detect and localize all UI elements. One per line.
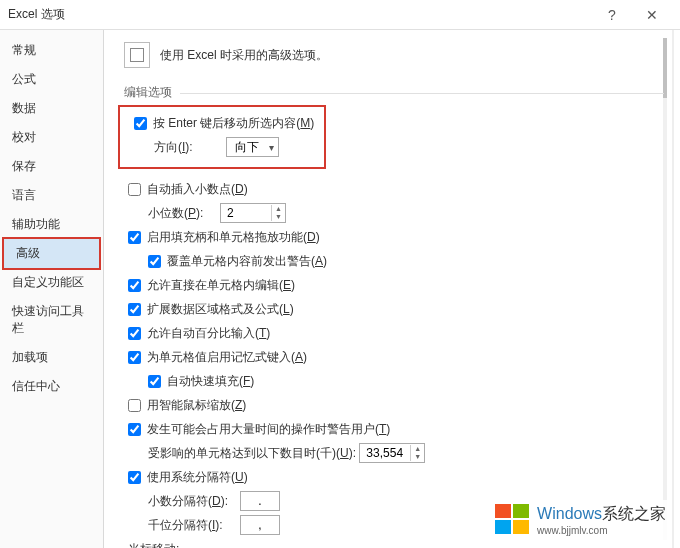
checkbox-autocomplete[interactable]: [128, 351, 141, 364]
label-flash-fill: 自动快速填充(F): [167, 373, 254, 390]
label-thousand-sep: 千位分隔符(I):: [148, 517, 240, 534]
checkbox-intellimouse[interactable]: [128, 399, 141, 412]
sidebar-item-general[interactable]: 常规: [0, 36, 103, 65]
scrollbar[interactable]: [663, 38, 667, 540]
checkbox-auto-percent[interactable]: [128, 327, 141, 340]
label-autocomplete: 为单元格值启用记忆式键入(A): [147, 349, 307, 366]
label-move-after-enter: 按 Enter 键后移动所选内容(M): [153, 115, 314, 132]
window-title: Excel 选项: [8, 6, 592, 23]
checkbox-fill-handle[interactable]: [128, 231, 141, 244]
sidebar-item-addins[interactable]: 加载项: [0, 343, 103, 372]
checkbox-edit-in-cell[interactable]: [128, 279, 141, 292]
sidebar-item-advanced[interactable]: 高级: [4, 239, 99, 268]
advanced-options-icon: [124, 42, 150, 68]
checkbox-system-separators[interactable]: [128, 471, 141, 484]
spinner-decimal-places[interactable]: ▲▼: [220, 203, 286, 223]
label-decimal-places: 小位数(P):: [148, 205, 220, 222]
checkbox-move-after-enter[interactable]: [134, 117, 147, 130]
sidebar-item-data[interactable]: 数据: [0, 94, 103, 123]
watermark: Windows系统之家 www.bjjmlv.com: [489, 500, 672, 540]
checkbox-auto-decimal[interactable]: [128, 183, 141, 196]
page-title: 使用 Excel 时采用的高级选项。: [160, 47, 328, 64]
label-auto-percent: 允许自动百分比输入(T): [147, 325, 270, 342]
section-editing-options: 编辑选项: [124, 84, 664, 101]
sidebar-item-trust-center[interactable]: 信任中心: [0, 372, 103, 401]
label-affected-cells: 受影响的单元格达到以下数目时(千)(U):: [148, 445, 356, 462]
input-decimal-sep[interactable]: [240, 491, 280, 511]
spinner-affected-cells[interactable]: ▲▼: [359, 443, 425, 463]
chevron-down-icon: ▾: [269, 142, 274, 153]
label-overwrite-alert: 覆盖单元格内容前发出警告(A): [167, 253, 327, 270]
combo-direction[interactable]: 向下▾: [226, 137, 279, 157]
checkbox-flash-fill[interactable]: [148, 375, 161, 388]
sidebar-item-quick-access[interactable]: 快速访问工具栏: [0, 297, 103, 343]
label-cursor-movement: 光标移动:: [128, 541, 179, 549]
checkbox-extend-format[interactable]: [128, 303, 141, 316]
label-extend-format: 扩展数据区域格式及公式(L): [147, 301, 294, 318]
label-fill-handle: 启用填充柄和单元格拖放功能(D): [147, 229, 320, 246]
sidebar-item-proofing[interactable]: 校对: [0, 123, 103, 152]
sidebar-item-customize-ribbon[interactable]: 自定义功能区: [0, 268, 103, 297]
label-intellimouse: 用智能鼠标缩放(Z): [147, 397, 246, 414]
sidebar-item-formulas[interactable]: 公式: [0, 65, 103, 94]
label-decimal-sep: 小数分隔符(D):: [148, 493, 240, 510]
checkbox-time-consuming-alert[interactable]: [128, 423, 141, 436]
sidebar-item-language[interactable]: 语言: [0, 181, 103, 210]
checkbox-overwrite-alert[interactable]: [148, 255, 161, 268]
sidebar-item-accessibility[interactable]: 辅助功能: [0, 210, 103, 239]
label-direction: 方向(I):: [154, 139, 226, 156]
label-auto-decimal: 自动插入小数点(D): [147, 181, 248, 198]
help-button[interactable]: ?: [592, 7, 632, 23]
close-button[interactable]: ✕: [632, 7, 672, 23]
windows-logo-icon: [495, 504, 531, 536]
label-edit-in-cell: 允许直接在单元格内编辑(E): [147, 277, 295, 294]
label-time-consuming-alert: 发生可能会占用大量时间的操作时警告用户(T): [147, 421, 390, 438]
sidebar: 常规 公式 数据 校对 保存 语言 辅助功能 高级 自定义功能区 快速访问工具栏…: [0, 30, 104, 548]
label-system-separators: 使用系统分隔符(U): [147, 469, 248, 486]
input-thousand-sep[interactable]: [240, 515, 280, 535]
sidebar-item-save[interactable]: 保存: [0, 152, 103, 181]
